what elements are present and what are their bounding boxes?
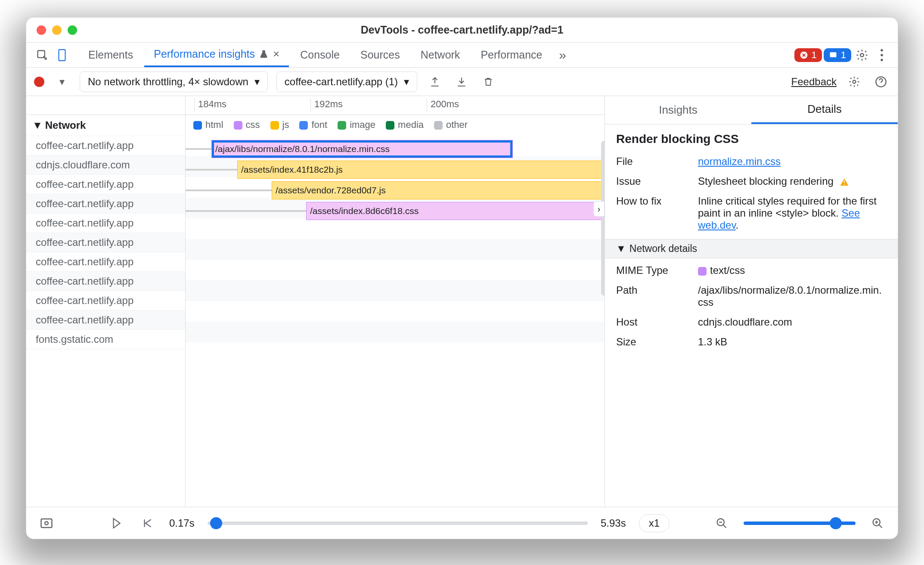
domain-row[interactable]: coffee-cart.netlify.app — [26, 175, 185, 194]
svg-point-4 — [860, 53, 864, 57]
resource-legend: htmlcssjsfontimagemediaother — [186, 115, 605, 135]
tab-elements[interactable]: Elements — [79, 43, 143, 67]
waterfall-track[interactable]: htmlcssjsfontimagemediaother /ajax/libs/… — [186, 115, 605, 507]
tab-console[interactable]: Console — [291, 43, 349, 67]
close-tab-icon[interactable]: × — [273, 47, 279, 61]
details-heading: Render blocking CSS — [616, 132, 887, 146]
help-icon[interactable] — [872, 73, 890, 91]
file-label: File — [616, 155, 694, 168]
domain-row[interactable]: coffee-cart.netlify.app — [26, 310, 185, 330]
export-icon[interactable] — [426, 73, 444, 91]
rewind-icon[interactable] — [138, 514, 156, 532]
panel-settings-icon[interactable] — [845, 73, 863, 91]
playback-rate[interactable]: x1 — [639, 514, 670, 532]
domain-row[interactable]: coffee-cart.netlify.app — [26, 136, 185, 155]
zoom-out-icon[interactable] — [713, 514, 731, 532]
screenshot-icon[interactable] — [37, 514, 56, 532]
zoom-in-icon[interactable] — [868, 514, 887, 532]
mime-label: MIME Type — [616, 264, 694, 276]
domain-row[interactable]: coffee-cart.netlify.app — [26, 233, 185, 252]
path-value: /ajax/libs/normalize/8.0.1/normalize.min… — [698, 284, 887, 308]
target-select[interactable]: coffee-cart.netlify.app (1)▾ — [276, 71, 417, 92]
devtools-tabs: Elements Performance insights × Console … — [26, 43, 898, 68]
svg-point-11 — [45, 522, 48, 525]
svg-rect-10 — [41, 519, 52, 528]
resource-bar[interactable]: /assets/index.41f18c2b.js — [237, 161, 605, 179]
import-icon[interactable] — [453, 73, 471, 91]
window-controls — [37, 25, 77, 35]
legend-item: image — [338, 119, 375, 130]
errors-badge[interactable]: 1 — [794, 48, 822, 62]
scrollbar[interactable] — [601, 141, 605, 296]
tick-label: 200ms — [427, 99, 459, 112]
fix-value: Inline critical styles required for the … — [698, 195, 887, 231]
kebab-menu-icon[interactable] — [873, 46, 891, 64]
delete-icon[interactable] — [479, 73, 497, 91]
size-label: Size — [616, 336, 694, 348]
expand-handle-icon[interactable]: › — [593, 201, 605, 217]
domain-row[interactable]: fonts.gstatic.com — [26, 330, 185, 349]
network-section-header[interactable]: ▼ Network — [26, 115, 185, 136]
svg-rect-1 — [59, 50, 65, 61]
timeline-ruler[interactable]: 184ms 192ms 200ms — [26, 96, 605, 115]
play-icon[interactable] — [107, 514, 125, 532]
domain-row[interactable]: coffee-cart.netlify.app — [26, 272, 185, 291]
domain-row[interactable]: coffee-cart.netlify.app — [26, 194, 185, 214]
record-options-icon[interactable]: ▾ — [53, 73, 71, 91]
minimize-window-button[interactable] — [52, 25, 62, 35]
svg-point-5 — [881, 49, 883, 52]
inspect-element-icon[interactable] — [33, 46, 51, 64]
domain-row[interactable]: coffee-cart.netlify.app — [26, 291, 185, 310]
mime-value: text/css — [698, 264, 887, 276]
legend-item: css — [234, 119, 260, 130]
legend-item: other — [434, 119, 468, 130]
tab-details[interactable]: Details — [751, 96, 898, 124]
tab-performance[interactable]: Performance — [471, 43, 552, 67]
resource-bar[interactable]: /ajax/libs/normalize/8.0.1/normalize.min… — [211, 140, 513, 158]
network-sidebar: ▼ Network coffee-cart.netlify.appcdnjs.c… — [26, 115, 186, 507]
zoom-slider[interactable] — [744, 522, 856, 525]
window-title: DevTools - coffee-cart.netlify.app/?ad=1 — [361, 24, 564, 36]
size-value: 1.3 kB — [698, 336, 887, 348]
details-panel: Insights Details Render blocking CSS Fil… — [605, 96, 898, 507]
path-label: Path — [616, 284, 694, 308]
tab-network[interactable]: Network — [411, 43, 470, 67]
legend-item: html — [193, 119, 223, 130]
legend-item: font — [299, 119, 327, 130]
resource-bar[interactable]: /assets/vendor.728ed0d7.js — [272, 181, 605, 199]
svg-point-7 — [881, 59, 883, 61]
legend-item: js — [270, 119, 289, 130]
insights-toolbar: ▾ No network throttling, 4× slowdown▾ co… — [26, 68, 898, 96]
tick-label: 184ms — [194, 99, 226, 112]
feedback-link[interactable]: Feedback — [791, 76, 837, 88]
host-label: Host — [616, 316, 694, 328]
legend-item: media — [386, 119, 424, 130]
network-details-header[interactable]: ▼ Network details — [605, 239, 898, 258]
settings-icon[interactable] — [853, 46, 871, 64]
issue-value: Stylesheet blocking rendering — [698, 175, 887, 187]
more-tabs-icon[interactable]: » — [554, 46, 572, 64]
resource-bar[interactable]: /assets/index.8d6c6f18.css — [306, 202, 605, 220]
domain-row[interactable]: coffee-cart.netlify.app — [26, 252, 185, 272]
flask-icon — [259, 49, 269, 59]
issues-badge[interactable]: 1 — [824, 48, 851, 62]
bottom-toolbar: 0.17s 5.93s x1 — [26, 507, 898, 539]
domain-row[interactable]: coffee-cart.netlify.app — [26, 214, 185, 233]
tab-sources[interactable]: Sources — [351, 43, 409, 67]
fix-label: How to fix — [616, 195, 694, 231]
file-link[interactable]: normalize.min.css — [698, 155, 781, 167]
warning-icon — [839, 177, 850, 187]
domain-row[interactable]: cdnjs.cloudflare.com — [26, 155, 185, 175]
tab-insights[interactable]: Insights — [605, 96, 751, 124]
close-window-button[interactable] — [37, 25, 46, 35]
record-button[interactable] — [34, 77, 44, 87]
svg-point-8 — [853, 80, 856, 83]
tick-label: 192ms — [310, 99, 343, 112]
timeline-slider[interactable] — [208, 522, 588, 525]
maximize-window-button[interactable] — [68, 25, 77, 35]
time-end: 5.93s — [601, 517, 626, 529]
device-toolbar-icon[interactable] — [53, 46, 71, 64]
throttling-select[interactable]: No network throttling, 4× slowdown▾ — [80, 71, 268, 92]
issue-label: Issue — [616, 175, 694, 187]
tab-performance-insights[interactable]: Performance insights × — [144, 43, 289, 67]
